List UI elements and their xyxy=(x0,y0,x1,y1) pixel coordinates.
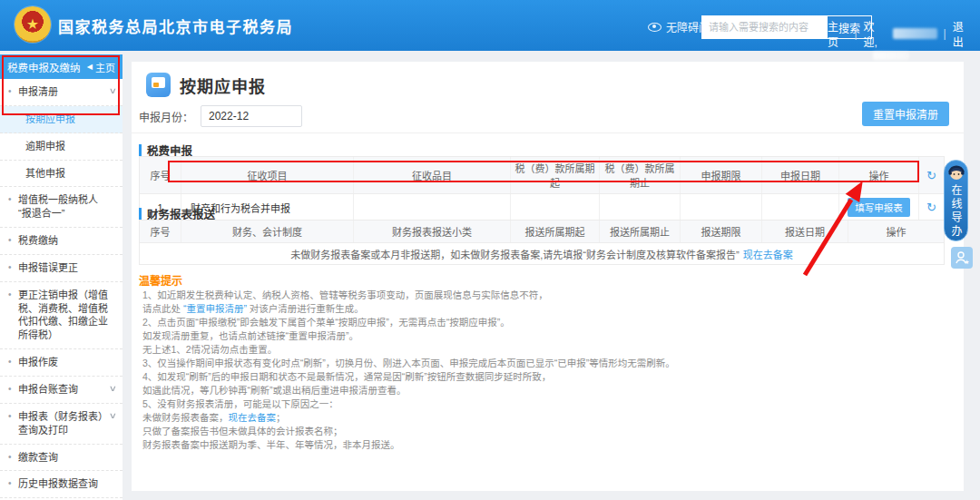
column-header: 序号 xyxy=(140,157,181,193)
sidebar-item[interactable]: •税费缴纳 xyxy=(0,228,122,255)
mascot-icon xyxy=(947,163,965,181)
column-header: 征收品目 xyxy=(353,157,510,193)
sidebar-item[interactable]: •申报台账查询∨ xyxy=(0,377,122,404)
welcome-label: 欢迎, xyxy=(864,18,887,49)
svg-text:★: ★ xyxy=(965,259,970,265)
column-header: 操作 xyxy=(838,157,918,193)
table-cell xyxy=(680,194,761,221)
sidebar-item-label: 增值税一般纳税人“报退合一” xyxy=(18,194,98,219)
tax-table-header-row: 序号征收项目征收品目税（费）款所属期起税（费）款所属期止申报期限申报日期操作↻ xyxy=(140,157,944,193)
column-header: 申报期限 xyxy=(680,157,761,193)
action-cell: 填写申报表 xyxy=(838,194,918,221)
sidebar-item[interactable]: •增值税一般纳税人“报退合一” xyxy=(0,187,122,228)
column-header: 税（费）款所属期起 xyxy=(510,157,599,193)
user-area: 主页 | 欢迎, | 退出 xyxy=(828,18,973,60)
bullet-icon: • xyxy=(8,383,12,396)
tip-line: 2、点击页面“申报缴税”即会触发下属首个菜单“按期应申报”，无需再点击“按期应申… xyxy=(142,316,923,329)
column-header: 序号 xyxy=(140,221,181,242)
chevron-down-icon: ∨ xyxy=(109,85,117,96)
refresh-icon[interactable]: ↻ xyxy=(926,169,936,182)
fill-declaration-button[interactable]: 填写申报表 xyxy=(848,198,910,217)
table-row: 1财产和行为税合并申报填写申报表↻ xyxy=(140,193,944,221)
sidebar-item-label: 申报清册 xyxy=(18,86,58,97)
realname-user-button[interactable]: ★ xyxy=(951,247,973,269)
refresh-icon[interactable]: ↻ xyxy=(926,201,936,214)
bullet-icon: • xyxy=(8,85,12,98)
sidebar-item-selected[interactable]: 按期应申报 xyxy=(0,106,122,133)
tip-text: 5、没有财务报表清册，可能是以下原因之一： xyxy=(142,398,338,409)
bullet-icon: • xyxy=(8,289,12,301)
page-title: 按期应申报 xyxy=(180,74,266,97)
sidebar-item[interactable]: •缴款查询 xyxy=(0,445,122,472)
month-input[interactable] xyxy=(201,105,302,127)
tip-line: 如遇此情况，等几秒钟再“刷新”或退出稍后重进申报清册查看。 xyxy=(142,384,923,397)
month-label: 申报月份： xyxy=(139,109,193,124)
online-guide-button[interactable]: 在线导办 xyxy=(944,160,968,241)
tip-line: 财务报表备案中报送期为季、半年、年等情况，非本月报送。 xyxy=(142,438,923,452)
search-input[interactable] xyxy=(701,15,827,39)
sidebar-item[interactable]: •申报表（财务报表）查询及打印∨ xyxy=(0,404,122,445)
sidebar-item-label: 税费缴纳 xyxy=(18,235,58,246)
tip-text: 只做了备案报告书但未做具体的会计报表名称； xyxy=(142,426,343,436)
table-cell xyxy=(761,194,838,221)
sidebar-item[interactable]: •更正注销申报（增值税、消费税、增值税代扣代缴、扣缴企业所得税） xyxy=(0,282,122,349)
sidebar-menu: •申报清册∨按期应申报逾期申报其他申报•增值税一般纳税人“报退合一”•税费缴纳•… xyxy=(0,79,122,500)
reset-declaration-button[interactable]: 重置申报清册 xyxy=(862,102,949,126)
refresh-column: ↻ xyxy=(918,157,944,193)
bullet-icon: • xyxy=(8,477,12,490)
bullet-icon: • xyxy=(8,193,12,206)
tips-title: 温馨提示 xyxy=(139,272,182,288)
site-title: 国家税务总局北京市电子税务局 xyxy=(58,15,293,37)
eye-icon xyxy=(648,23,662,32)
table-cell xyxy=(599,194,680,221)
sidebar-item[interactable]: •历史申报数据查询 xyxy=(0,471,122,498)
tips-list: 1、如近期发生税费种认定、纳税人资格、管辖等税务事项变动，页面展现信息与实际信息… xyxy=(142,289,923,452)
national-emblem-icon: ★ xyxy=(15,6,51,43)
logout-link[interactable]: 退出 xyxy=(953,18,973,49)
tip-link[interactable]: 现在去备案 xyxy=(229,412,277,423)
sidebar-item-label: 历史申报数据查询 xyxy=(18,478,98,489)
column-header: 报送所属期起 xyxy=(510,221,599,242)
tip-link[interactable]: “重置申报清册” xyxy=(183,303,247,314)
tip-line: 如发现清册重复，也请点前述链接“重置申报清册”。 xyxy=(142,329,923,343)
table-cell xyxy=(353,194,510,221)
refresh-cell: ↻ xyxy=(918,194,944,221)
sidebar-item-label: 更正注销申报（增值税、消费税、增值税代扣代缴、扣缴企业所得税） xyxy=(18,289,108,341)
home-link[interactable]: 主页 xyxy=(828,18,848,49)
go-record-link[interactable]: 现在去备案 xyxy=(743,247,793,261)
sidebar-item[interactable]: •申报清册∨ xyxy=(0,79,122,106)
column-header: 申报日期 xyxy=(761,157,838,193)
sidebar-item[interactable]: 逾期申报 xyxy=(0,133,122,161)
tip-line: 4、如发现“刷新”后的申报日期和状态不是最新情况，通常是因“刷新”按钮所查数据同… xyxy=(142,370,923,384)
tip-line: 1、如近期发生税费种认定、纳税人资格、管辖等税务事项变动，页面展现信息与实际信息… xyxy=(142,289,923,302)
bullet-icon: • xyxy=(8,451,12,464)
tip-line: 只做了备案报告书但未做具体的会计报表名称； xyxy=(142,425,923,438)
tip-text: 2、点击页面“申报缴税”即会触发下属首个菜单“按期应申报”，无需再点击“按期应申… xyxy=(142,317,510,328)
top-header: ★ 国家税务总局北京市电子税务局 无障碍阅读 搜索 主页 | 欢迎, | 退出 xyxy=(0,0,980,51)
bullet-icon: • xyxy=(8,234,12,247)
back-arrow-icon: ◀ xyxy=(87,63,93,71)
tip-text: 请点此处 xyxy=(142,303,183,314)
empty-message-text: 未做财务报表备案或本月非报送期，如未做财务报表备案,请先填报“财务会计制度及核算… xyxy=(290,247,739,261)
main-content: 按期应申报 申报月份： 重置申报清册 税费申报 序号征收项目征收品目税（费）款所… xyxy=(132,62,964,491)
sidebar-item[interactable]: •申报作废 xyxy=(0,349,122,377)
page-title-icon xyxy=(146,73,171,97)
tip-line: 请点此处 “重置申报清册” 对该户清册进行重新生成。 xyxy=(142,302,923,316)
user-name-blurred xyxy=(893,28,936,39)
sidebar-home-link[interactable]: ◀ 主页 xyxy=(87,60,115,74)
user-info-blurred xyxy=(873,52,909,60)
tip-line: 3、仅当操作期间申报状态有变化时点“刷新”，切换月份、刚进入本页面、申报完成后本… xyxy=(142,357,923,370)
report-table: 序号财务、会计制度财务报表报送小类报送所属期起报送所属期止报送期限报送日期操作未… xyxy=(139,220,945,265)
sidebar-item-label: 申报表（财务报表）查询及打印 xyxy=(18,411,108,436)
chevron-down-icon: ∨ xyxy=(109,410,117,421)
sidebar-item-label: 缴款查询 xyxy=(18,452,58,463)
sidebar: 税费申报及缴纳 ◀ 主页 •申报清册∨按期应申报逾期申报其他申报•增值税一般纳税… xyxy=(0,54,122,500)
tip-line: 未做财务报表备案，现在去备案； xyxy=(142,411,923,425)
column-header: 税（费）款所属期止 xyxy=(599,157,680,193)
bullet-icon: • xyxy=(8,410,12,423)
tip-text: 对该户清册进行重新生成。 xyxy=(247,303,364,314)
sidebar-item[interactable]: •申报错误更正 xyxy=(0,255,122,282)
tip-text: ； xyxy=(276,412,286,423)
column-header: 财务报表报送小类 xyxy=(353,221,510,242)
sidebar-item[interactable]: 其他申报 xyxy=(0,161,122,188)
